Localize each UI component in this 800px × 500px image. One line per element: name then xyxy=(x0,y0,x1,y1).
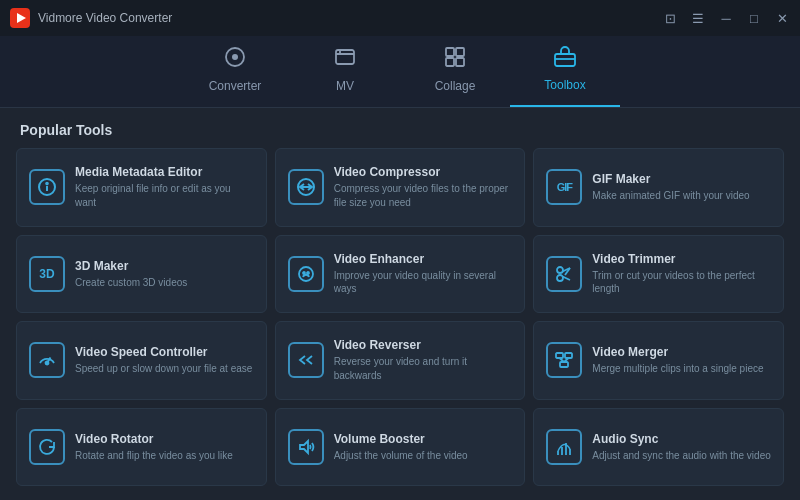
video-speed-desc: Speed up or slow down your file at ease xyxy=(75,362,254,376)
collage-label: Collage xyxy=(435,79,476,93)
captions-button[interactable]: ⊡ xyxy=(662,10,678,26)
audio-sync-name: Audio Sync xyxy=(592,432,771,446)
gif-maker-info: GIF Maker Make animated GIF with your vi… xyxy=(592,172,771,203)
tab-toolbox[interactable]: Toolbox xyxy=(510,35,620,107)
3d-maker-desc: Create custom 3D videos xyxy=(75,276,254,290)
close-button[interactable]: ✕ xyxy=(774,10,790,26)
svg-point-17 xyxy=(303,272,305,274)
video-reverser-icon xyxy=(288,342,324,378)
media-metadata-icon xyxy=(29,169,65,205)
title-bar-controls: ⊡ ☰ ─ □ ✕ xyxy=(662,10,790,26)
svg-point-25 xyxy=(46,362,49,365)
tab-mv[interactable]: MV xyxy=(290,35,400,107)
video-merger-info: Video Merger Merge multiple clips into a… xyxy=(592,345,771,376)
tool-card-volume-booster[interactable]: Volume Booster Adjust the volume of the … xyxy=(275,408,526,487)
svg-rect-26 xyxy=(556,353,563,358)
toolbox-label: Toolbox xyxy=(544,78,585,92)
svg-rect-9 xyxy=(555,54,575,66)
section-title: Popular Tools xyxy=(0,108,800,148)
volume-booster-desc: Adjust the volume of the video xyxy=(334,449,513,463)
tool-card-video-trimmer[interactable]: Video Trimmer Trim or cut your videos to… xyxy=(533,235,784,314)
video-reverser-info: Video Reverser Reverse your video and tu… xyxy=(334,338,513,382)
tool-card-video-rotator[interactable]: Video Rotator Rotate and flip the video … xyxy=(16,408,267,487)
video-compressor-icon xyxy=(288,169,324,205)
video-trimmer-info: Video Trimmer Trim or cut your videos to… xyxy=(592,252,771,296)
volume-booster-icon xyxy=(288,429,324,465)
video-rotator-desc: Rotate and flip the video as you like xyxy=(75,449,254,463)
audio-sync-icon xyxy=(546,429,582,465)
video-enhancer-desc: Improve your video quality in several wa… xyxy=(334,269,513,296)
tool-card-media-metadata[interactable]: Media Metadata Editor Keep original file… xyxy=(16,148,267,227)
svg-rect-7 xyxy=(446,58,454,66)
video-trimmer-desc: Trim or cut your videos to the perfect l… xyxy=(592,269,771,296)
video-compressor-desc: Compress your video files to the proper … xyxy=(334,182,513,209)
mv-icon xyxy=(333,45,357,73)
video-compressor-info: Video Compressor Compress your video fil… xyxy=(334,165,513,209)
video-trimmer-icon xyxy=(546,256,582,292)
tools-grid: Media Metadata Editor Keep original file… xyxy=(0,148,800,496)
toolbox-icon xyxy=(553,44,577,72)
video-enhancer-icon xyxy=(288,256,324,292)
svg-point-20 xyxy=(557,275,563,281)
tool-card-video-speed[interactable]: Video Speed Controller Speed up or slow … xyxy=(16,321,267,400)
media-metadata-desc: Keep original file info or edit as you w… xyxy=(75,182,254,209)
video-merger-name: Video Merger xyxy=(592,345,771,359)
video-compressor-name: Video Compressor xyxy=(334,165,513,179)
video-enhancer-info: Video Enhancer Improve your video qualit… xyxy=(334,252,513,296)
tool-card-video-reverser[interactable]: Video Reverser Reverse your video and tu… xyxy=(275,321,526,400)
media-metadata-info: Media Metadata Editor Keep original file… xyxy=(75,165,254,209)
minimize-button[interactable]: ─ xyxy=(718,10,734,26)
svg-rect-8 xyxy=(456,58,464,66)
video-rotator-info: Video Rotator Rotate and flip the video … xyxy=(75,432,254,463)
tool-card-audio-sync[interactable]: Audio Sync Adjust and sync the audio wit… xyxy=(533,408,784,487)
tab-collage[interactable]: Collage xyxy=(400,35,510,107)
tool-card-video-compressor[interactable]: Video Compressor Compress your video fil… xyxy=(275,148,526,227)
collage-icon xyxy=(443,45,467,73)
3d-maker-name: 3D Maker xyxy=(75,259,254,273)
gif-maker-desc: Make animated GIF with your video xyxy=(592,189,771,203)
video-speed-name: Video Speed Controller xyxy=(75,345,254,359)
tool-card-gif-maker[interactable]: GIF GIF Maker Make animated GIF with you… xyxy=(533,148,784,227)
maximize-button[interactable]: □ xyxy=(746,10,762,26)
video-trimmer-name: Video Trimmer xyxy=(592,252,771,266)
video-merger-icon xyxy=(546,342,582,378)
mv-label: MV xyxy=(336,79,354,93)
svg-marker-31 xyxy=(300,441,308,453)
app-title: Vidmore Video Converter xyxy=(38,11,172,25)
svg-rect-6 xyxy=(456,48,464,56)
audio-sync-desc: Adjust and sync the audio with the video xyxy=(592,449,771,463)
media-metadata-name: Media Metadata Editor xyxy=(75,165,254,179)
svg-rect-4 xyxy=(336,50,354,64)
tab-converter[interactable]: Converter xyxy=(180,35,290,107)
video-merger-desc: Merge multiple clips into a single piece xyxy=(592,362,771,376)
converter-label: Converter xyxy=(209,79,262,93)
video-speed-icon xyxy=(29,342,65,378)
volume-booster-name: Volume Booster xyxy=(334,432,513,446)
video-reverser-name: Video Reverser xyxy=(334,338,513,352)
svg-point-3 xyxy=(232,54,238,60)
tool-card-video-merger[interactable]: Video Merger Merge multiple clips into a… xyxy=(533,321,784,400)
converter-icon xyxy=(223,45,247,73)
title-bar-left: Vidmore Video Converter xyxy=(10,8,172,28)
gif-maker-icon: GIF xyxy=(546,169,582,205)
svg-rect-28 xyxy=(560,362,568,367)
svg-point-18 xyxy=(307,272,309,274)
svg-point-19 xyxy=(557,267,563,273)
video-rotator-icon xyxy=(29,429,65,465)
3d-maker-icon: 3D xyxy=(29,256,65,292)
menu-button[interactable]: ☰ xyxy=(690,10,706,26)
nav-tabs: Converter MV Collage Toolbox xyxy=(0,36,800,108)
svg-rect-27 xyxy=(565,353,572,358)
audio-sync-info: Audio Sync Adjust and sync the audio wit… xyxy=(592,432,771,463)
video-speed-info: Video Speed Controller Speed up or slow … xyxy=(75,345,254,376)
app-logo xyxy=(10,8,30,28)
svg-rect-5 xyxy=(446,48,454,56)
gif-maker-name: GIF Maker xyxy=(592,172,771,186)
3d-maker-info: 3D Maker Create custom 3D videos xyxy=(75,259,254,290)
svg-point-13 xyxy=(46,183,48,185)
volume-booster-info: Volume Booster Adjust the volume of the … xyxy=(334,432,513,463)
video-rotator-name: Video Rotator xyxy=(75,432,254,446)
tool-card-3d-maker[interactable]: 3D 3D Maker Create custom 3D videos xyxy=(16,235,267,314)
title-bar: Vidmore Video Converter ⊡ ☰ ─ □ ✕ xyxy=(0,0,800,36)
tool-card-video-enhancer[interactable]: Video Enhancer Improve your video qualit… xyxy=(275,235,526,314)
